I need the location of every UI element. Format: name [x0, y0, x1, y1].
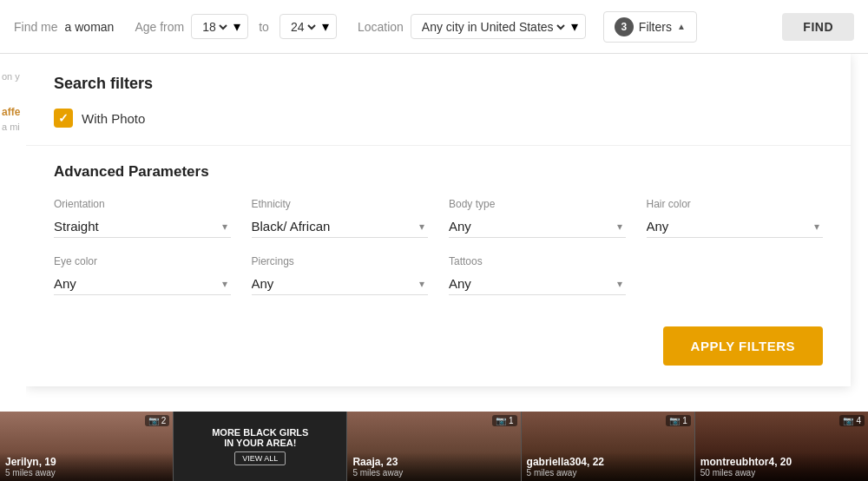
body-type-select[interactable]: AnySlimAthleticAverageCurvy [449, 215, 626, 238]
body-type-label: Body type [449, 198, 626, 210]
find-button[interactable]: FIND [782, 13, 854, 41]
with-photo-row: With Photo [54, 109, 823, 128]
age-from-label: Age from [135, 20, 184, 34]
eye-color-select[interactable]: AnyBlueBrownGreenHazel [54, 273, 231, 295]
filters-count-badge: 3 [615, 17, 634, 36]
with-photo-checkbox[interactable] [54, 109, 73, 128]
piercings-select[interactable]: AnyYesNo [252, 273, 429, 295]
thumb-dist-raaja: 5 miles away [352, 468, 515, 478]
thumb-overlay-raaja: Raaja, 23 5 miles away [347, 452, 520, 481]
piercings-label: Piercings [252, 255, 429, 267]
location-chevron-icon: ▾ [571, 18, 578, 35]
ethnicity-group: Ethnicity Black/ AfricanAnyAsianHispanic… [252, 198, 429, 238]
thumb-dist-jerilyn: 5 miles away [5, 468, 168, 478]
body-type-group: Body type AnySlimAthleticAverageCurvy [449, 198, 626, 238]
advanced-params-title: Advanced Parameters [54, 163, 823, 181]
thumb-dist-montreubhtor: 50 miles away [700, 468, 863, 478]
params-grid-bottom: Eye color AnyBlueBrownGreenHazel Piercin… [54, 255, 823, 295]
hair-color-label: Hair color [647, 198, 824, 210]
hair-color-select[interactable]: AnyBlondeBrunetteBlackRed [647, 215, 824, 238]
thumb-name-gabriella: gabriella304, 22 [527, 456, 689, 468]
ethnicity-select[interactable]: Black/ AfricanAnyAsianHispanicWhite [252, 215, 429, 238]
top-bar: Find me a woman Age from 1819202122 ▾ to… [0, 0, 868, 54]
promo-text: MORE BLACK GIRLSIN YOUR AREA! [207, 427, 313, 448]
age-from-chevron-icon: ▾ [233, 18, 240, 35]
location-dropdown[interactable]: Any city in United States ▾ [411, 14, 586, 39]
sidebar-partial-affe: affe [2, 106, 20, 118]
camera-icon-montreubhtor: 📷 [843, 416, 853, 425]
thumb-photos-count-raaja: 📷 1 [492, 415, 517, 426]
piercings-group: Piercings AnyYesNo [252, 255, 429, 295]
thumb-name-jerilyn: Jerilyn, 19 [5, 456, 168, 468]
location-select[interactable]: Any city in United States [418, 19, 568, 35]
age-to-label: to [259, 20, 269, 34]
orientation-select-wrapper[interactable]: StraightGayBisexualAny [54, 215, 231, 238]
age-to-dropdown[interactable]: 24253035 ▾ [279, 14, 337, 39]
orientation-group: Orientation StraightGayBisexualAny [54, 198, 231, 238]
piercings-select-wrapper[interactable]: AnyYesNo [252, 273, 429, 295]
sidebar-partial-ami: a mi [2, 122, 20, 132]
thumb-overlay-jerilyn: Jerilyn, 19 5 miles away [0, 452, 173, 481]
thumb-photos-count-gabriella: 📷 1 [666, 415, 691, 426]
age-from-select[interactable]: 1819202122 [199, 19, 230, 35]
apply-filters-button[interactable]: APPLY FILTERS [663, 326, 823, 366]
with-photo-label: With Photo [82, 111, 145, 126]
apply-btn-row: APPLY FILTERS [54, 320, 823, 366]
thumb-name-montreubhtor: montreubhtor4, 20 [700, 456, 863, 468]
ethnicity-label: Ethnicity [252, 198, 429, 210]
ethnicity-select-wrapper[interactable]: Black/ AfricanAnyAsianHispanicWhite [252, 215, 429, 238]
tattoos-label: Tattoos [449, 255, 626, 267]
empty-param-group [647, 255, 824, 295]
thumb-photos-count-montreubhtor: 📷 4 [839, 415, 865, 426]
find-me-value: a woman [65, 20, 115, 34]
thumb-overlay-montreubhtor: montreubhtor4, 20 50 miles away [695, 452, 868, 481]
eye-color-group: Eye color AnyBlueBrownGreenHazel [54, 255, 231, 295]
filters-label: Filters [639, 20, 672, 34]
tattoos-select[interactable]: AnyYesNo [449, 273, 626, 295]
divider [26, 145, 851, 146]
eye-color-label: Eye color [54, 255, 231, 267]
promo-view-all-button[interactable]: VIEW ALL [234, 451, 286, 465]
thumb-card-jerilyn[interactable]: 📷 2 Jerilyn, 19 5 miles away [0, 412, 174, 481]
tattoos-group: Tattoos AnyYesNo [449, 255, 626, 295]
sidebar-partial-text: on y [2, 71, 20, 82]
find-me-label: Find me [14, 20, 58, 34]
eye-color-select-wrapper[interactable]: AnyBlueBrownGreenHazel [54, 273, 231, 295]
left-sidebar-partial: on y affe a mi [0, 54, 26, 412]
params-grid-top: Orientation StraightGayBisexualAny Ethni… [54, 198, 823, 238]
thumb-overlay-gabriella: gabriella304, 22 5 miles away [522, 452, 694, 481]
camera-icon: 📷 [148, 416, 159, 425]
hair-color-select-wrapper[interactable]: AnyBlondeBrunetteBlackRed [647, 215, 824, 238]
age-to-chevron-icon: ▾ [322, 18, 329, 35]
filters-arrow-icon: ▲ [677, 22, 686, 31]
camera-icon-gabriella: 📷 [669, 416, 680, 425]
filter-panel: Search filters With Photo Advanced Param… [26, 54, 851, 386]
tattoos-select-wrapper[interactable]: AnyYesNo [449, 273, 626, 295]
thumb-card-montreubhtor[interactable]: 📷 4 montreubhtor4, 20 50 miles away [695, 412, 868, 481]
location-label: Location [358, 20, 404, 34]
thumb-dist-gabriella: 5 miles away [527, 468, 689, 478]
bottom-thumbnail-bar: 📷 2 Jerilyn, 19 5 miles away MORE BLACK … [0, 412, 868, 481]
thumb-card-promo[interactable]: MORE BLACK GIRLSIN YOUR AREA! VIEW ALL [174, 412, 347, 481]
thumb-card-gabriella[interactable]: 📷 1 gabriella304, 22 5 miles away [522, 412, 695, 481]
main-panel: Search filters With Photo Advanced Param… [26, 54, 868, 412]
age-from-dropdown[interactable]: 1819202122 ▾ [191, 14, 248, 39]
thumb-name-raaja: Raaja, 23 [352, 456, 515, 468]
age-to-select[interactable]: 24253035 [287, 19, 319, 35]
body-type-select-wrapper[interactable]: AnySlimAthleticAverageCurvy [449, 215, 626, 238]
thumb-photos-count-jerilyn: 📷 2 [145, 415, 170, 426]
orientation-label: Orientation [54, 198, 231, 210]
hair-color-group: Hair color AnyBlondeBrunetteBlackRed [647, 198, 824, 238]
filters-button[interactable]: 3 Filters ▲ [603, 11, 697, 43]
orientation-select[interactable]: StraightGayBisexualAny [54, 215, 231, 238]
thumb-card-raaja[interactable]: 📷 1 Raaja, 23 5 miles away [347, 412, 521, 481]
filter-panel-title: Search filters [54, 75, 823, 93]
camera-icon-raaja: 📷 [496, 416, 506, 425]
